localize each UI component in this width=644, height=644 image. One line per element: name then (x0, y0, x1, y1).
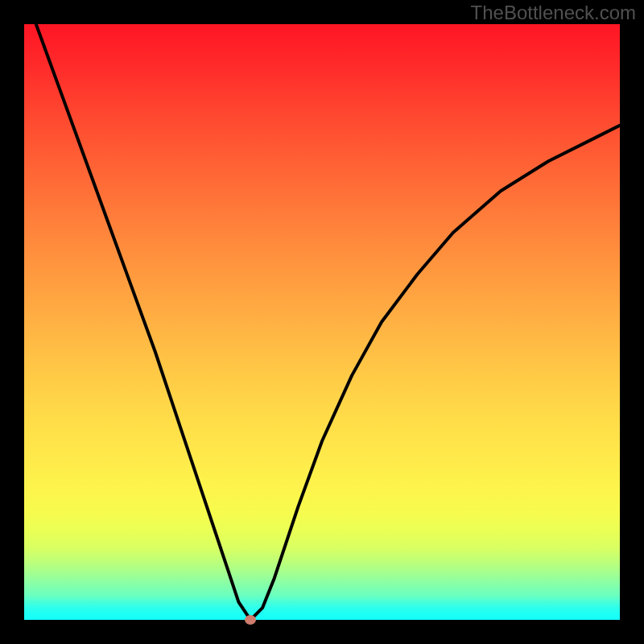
bottleneck-curve (24, 24, 620, 620)
plot-area (24, 24, 620, 620)
optimal-point-marker (245, 615, 256, 625)
watermark-text: TheBottleneck.com (471, 2, 636, 24)
